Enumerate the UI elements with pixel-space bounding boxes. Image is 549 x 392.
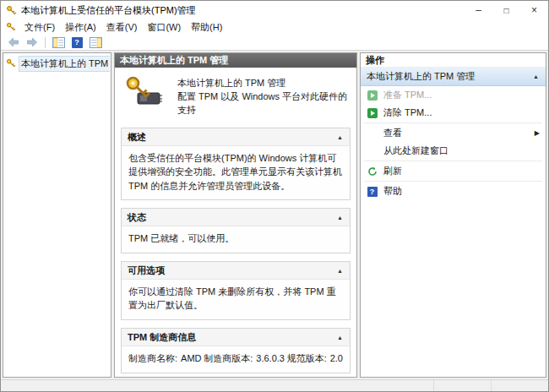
tpm-key-icon [6, 5, 17, 16]
collapse-icon: ▲ [532, 74, 540, 79]
action-prepare-tpm[interactable]: 准备 TPM... [361, 86, 546, 104]
menu-bar: 文件(F) 操作(A) 查看(V) 窗口(W) 帮助(H) [1, 19, 548, 35]
content-header-title: 本地计算机上的 TPM 管理 [120, 54, 228, 67]
action-label: 查看 [383, 127, 402, 139]
action-view[interactable]: 查看 ▶ [361, 124, 546, 142]
field-label: 制造商版本: [204, 353, 253, 363]
status-pane [491, 380, 548, 391]
refresh-icon [367, 166, 378, 177]
section-body: TPM 已就绪，可以使用。 [122, 226, 350, 253]
manufacturer-fields: 制造商名称:AMD 制造商版本:3.6.0.3 规范版本:2.0 [122, 346, 350, 373]
section-title: TPM 制造商信息 [128, 331, 196, 344]
section-overview: 概述 ▲ 包含受信任的平台模块(TPM)的 Windows 计算机可提供增强的安… [121, 128, 351, 201]
window-title: 本地计算机上受信任的平台模块(TPM)管理 [21, 4, 465, 17]
section-status-header: 状态 ▲ [122, 209, 350, 226]
section-manufacturer-header: TPM 制造商信息 ▲ [122, 329, 350, 346]
tpm-key-icon [6, 58, 16, 70]
intro-title: 本地计算机上的 TPM 管理 [177, 77, 348, 90]
actions-separator [364, 181, 542, 182]
action-clear-tpm[interactable]: 清除 TPM... [361, 104, 546, 122]
main-area: 本地计算机上的 TPM 管理 本地计算机上的 TPM 管理 [1, 51, 548, 379]
collapse-icon[interactable]: ▲ [336, 335, 344, 340]
section-title: 可用选项 [128, 264, 165, 277]
action-label: 清除 TPM... [383, 106, 432, 119]
forward-arrow-icon [26, 37, 38, 47]
manufacturer-version-field: 制造商版本:3.6.0.3 [204, 352, 285, 365]
tpm-management-window: 本地计算机上受信任的平台模块(TPM)管理 – □ × 文件(F) 操作(A) … [0, 0, 549, 392]
content-header: 本地计算机上的 TPM 管理 [115, 53, 356, 68]
collapse-icon[interactable]: ▲ [336, 268, 344, 274]
actions-group-label: 本地计算机上的 TPM 管理 [367, 70, 475, 83]
menu-help[interactable]: 帮助(H) [186, 19, 227, 35]
actions-separator [364, 122, 542, 123]
status-pane [433, 380, 491, 391]
content-sections: 概述 ▲ 包含受信任的平台模块(TPM)的 Windows 计算机可提供增强的安… [115, 126, 356, 373]
toolbar: ? [1, 35, 548, 51]
window-controls: – □ × [465, 1, 548, 19]
field-value: 2.0 [330, 353, 343, 363]
maximize-button[interactable]: □ [492, 1, 520, 19]
minimize-button[interactable]: – [465, 1, 492, 19]
back-button[interactable] [6, 35, 21, 49]
forward-button[interactable] [24, 35, 40, 49]
collapse-icon[interactable]: ▲ [336, 215, 344, 220]
action-label: 从此处新建窗口 [383, 144, 448, 157]
help-icon: ? [72, 37, 83, 48]
menu-action[interactable]: 操作(A) [60, 19, 101, 35]
menu-file[interactable]: 文件(F) [19, 19, 60, 35]
menu-window[interactable]: 窗口(W) [142, 19, 186, 35]
green-action-arrow-icon [367, 107, 378, 118]
content-pane: 本地计算机上的 TPM 管理 本地计算机上的 [114, 52, 357, 378]
submenu-arrow-icon: ▶ [535, 129, 540, 137]
action-new-window-from-here[interactable]: 从此处新建窗口 [361, 142, 546, 160]
section-manufacturer-info: TPM 制造商信息 ▲ 制造商名称:AMD 制造商版本:3.6.0.3 规范版本… [121, 328, 351, 373]
collapse-icon[interactable]: ▲ [336, 134, 344, 140]
intro-text: 本地计算机上的 TPM 管理 配置 TPM 以及 Windows 平台对此硬件的… [177, 75, 348, 117]
field-label: 制造商名称: [128, 353, 177, 363]
actions-pane: 操作 本地计算机上的 TPM 管理 ▲ 准备 TPM... 清除 TPM... [360, 52, 546, 378]
section-body: 包含受信任的平台模块(TPM)的 Windows 计算机可提供增强的安全功能。此… [122, 146, 350, 200]
field-label: 规范版本: [287, 353, 327, 363]
console-tree-icon [52, 37, 65, 48]
close-button[interactable]: × [520, 1, 548, 19]
action-label: 刷新 [383, 165, 402, 177]
actions-separator [364, 161, 542, 161]
back-arrow-icon [8, 37, 19, 47]
help-icon: ? [367, 186, 378, 197]
console-tree-pane: 本地计算机上的 TPM 管理 [3, 52, 111, 378]
action-help[interactable]: ? 帮助 [361, 182, 546, 200]
menu-view[interactable]: 查看(V) [101, 19, 143, 35]
sidebar-item-label: 本地计算机上的 TPM 管理 [19, 56, 110, 72]
show-action-pane-button[interactable] [88, 35, 103, 49]
tpm-key-icon[interactable] [6, 22, 16, 32]
tpm-module-icon [125, 75, 164, 109]
section-title: 状态 [128, 211, 146, 224]
title-bar: 本地计算机上受信任的平台模块(TPM)管理 – □ × [1, 1, 548, 19]
field-value: AMD [181, 353, 201, 363]
action-label: 帮助 [383, 185, 402, 198]
section-body: 你可以通过清除 TPM 来删除所有权，并将 TPM 重置为出厂默认值。 [122, 280, 350, 319]
action-label: 准备 TPM... [383, 89, 432, 101]
icon-spacer [367, 145, 378, 156]
manufacturer-name-field: 制造商名称:AMD [128, 352, 202, 365]
section-options-header: 可用选项 ▲ [122, 262, 350, 280]
toolbar-separator [45, 37, 46, 48]
intro-block: 本地计算机上的 TPM 管理 配置 TPM 以及 Windows 平台对此硬件的… [115, 68, 356, 126]
toolbar-help-button[interactable]: ? [69, 35, 84, 49]
status-bar [1, 379, 548, 391]
actions-group-header[interactable]: 本地计算机上的 TPM 管理 ▲ [361, 68, 546, 86]
sidebar-item-tpm-management[interactable]: 本地计算机上的 TPM 管理 [4, 55, 110, 73]
spec-version-field: 规范版本:2.0 [287, 352, 343, 365]
action-pane-icon [90, 37, 102, 48]
show-console-tree-button[interactable] [51, 35, 66, 49]
section-overview-header: 概述 ▲ [122, 128, 350, 146]
intro-subtitle: 配置 TPM 以及 Windows 平台对此硬件的支持 [177, 90, 348, 117]
section-available-options: 可用选项 ▲ 你可以通过清除 TPM 来删除所有权，并将 TPM 重置为出厂默认… [121, 261, 351, 320]
icon-spacer [367, 128, 378, 139]
green-action-arrow-icon [367, 90, 378, 101]
section-title: 概述 [128, 131, 146, 144]
field-value: 3.6.0.3 [256, 353, 285, 363]
actions-pane-title: 操作 [361, 53, 546, 68]
action-refresh[interactable]: 刷新 [361, 162, 546, 180]
section-status: 状态 ▲ TPM 已就绪，可以使用。 [121, 208, 351, 253]
